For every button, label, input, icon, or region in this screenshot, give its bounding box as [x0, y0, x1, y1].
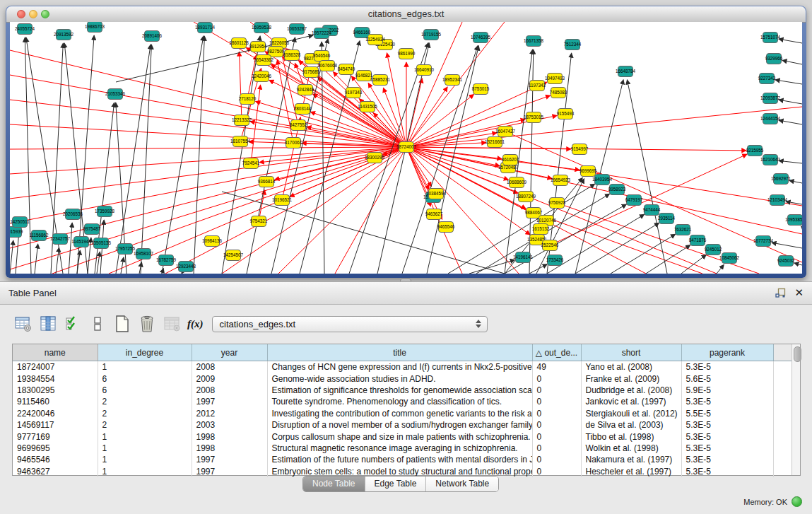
graph-node[interactable]: 9465546 — [437, 222, 455, 233]
graph-node[interactable]: 9155493 — [557, 109, 575, 119]
graph-node[interactable]: 9227343 — [758, 74, 776, 84]
graph-node[interactable]: 9245012 — [705, 245, 722, 255]
graph-node[interactable]: 18403954 — [592, 175, 613, 185]
graph-node[interactable]: 9975487 — [83, 224, 101, 235]
graph-edge[interactable] — [406, 147, 509, 180]
graph-node[interactable]: 1733426 — [546, 255, 564, 266]
graph-node[interactable]: 18107554 — [230, 136, 251, 147]
graph-node[interactable]: 9197343 — [345, 88, 363, 98]
graph-edge[interactable] — [141, 45, 151, 274]
select-columns-icon[interactable] — [64, 315, 82, 333]
graph-node[interactable]: 8958923 — [608, 185, 626, 195]
graph-edge[interactable] — [10, 147, 406, 199]
graph-node[interactable]: 8215955 — [746, 146, 764, 156]
graph-node[interactable]: 9154997 — [571, 144, 589, 155]
network-canvas[interactable]: 2405572420913592198867032089140618931714… — [10, 22, 802, 274]
graph-edge[interactable] — [25, 37, 31, 274]
graph-edge[interactable] — [646, 245, 690, 274]
graph-node[interactable]: 4170061 — [285, 138, 302, 148]
graph-edge[interactable] — [406, 147, 442, 219]
graph-node[interactable]: 15692971 — [771, 174, 792, 185]
graph-edge[interactable] — [402, 45, 478, 274]
zoom-button[interactable] — [41, 10, 49, 18]
graph-edge[interactable] — [222, 192, 505, 274]
column-header-name[interactable]: name — [13, 344, 98, 361]
table-row[interactable]: 911546021997Tourette syndrome. Phenomeno… — [13, 396, 792, 407]
float-panel-icon[interactable] — [775, 288, 786, 298]
show-columns-icon[interactable] — [39, 315, 57, 333]
graph-edge[interactable] — [10, 147, 406, 174]
graph-node[interactable]: 19886703 — [85, 22, 105, 33]
graph-node[interactable]: 9756928 — [548, 198, 566, 209]
graph-node[interactable]: 11431505 — [358, 102, 377, 112]
graph-node[interactable]: 12342757 — [50, 234, 71, 245]
graph-edge[interactable] — [789, 180, 802, 183]
graph-node[interactable]: 19572224 — [312, 28, 332, 39]
column-header-year[interactable]: year — [192, 344, 267, 361]
graph-node[interactable]: 16772734 — [753, 236, 774, 247]
graph-edge[interactable] — [116, 45, 151, 274]
graph-node[interactable]: 9546546 — [313, 51, 331, 62]
graph-node[interactable]: 20206536 — [63, 209, 83, 220]
table-row[interactable]: 969969511998Structural magnetic resonanc… — [13, 443, 792, 454]
graph-node[interactable]: 16640910 — [414, 65, 435, 76]
graph-node[interactable]: 18753015 — [524, 112, 544, 123]
graph-node[interactable]: 11156862 — [29, 230, 49, 241]
graph-edge[interactable] — [277, 60, 293, 143]
graph-node[interactable]: 8471876 — [689, 235, 707, 246]
table-row[interactable]: 977716911998Corpus callosum shape and si… — [13, 431, 792, 442]
graph-node[interactable]: 13216661 — [485, 137, 505, 148]
graph-node[interactable]: 10719155 — [421, 30, 442, 40]
graph-edge[interactable] — [801, 226, 802, 227]
graph-node[interactable]: 16047427 — [495, 127, 516, 137]
graph-node[interactable]: 9474444 — [643, 205, 661, 216]
graph-node[interactable]: 22420046 — [252, 71, 272, 82]
graph-node[interactable]: 18724007 — [396, 142, 417, 153]
graph-node[interactable]: 9242848 — [297, 85, 314, 95]
graph-node[interactable]: 14196141 — [513, 252, 534, 263]
graph-node[interactable]: 2718120 — [239, 94, 257, 105]
graph-edge[interactable] — [10, 147, 406, 149]
graph-node[interactable]: 16648784 — [616, 66, 636, 77]
graph-node[interactable]: 16782759 — [156, 255, 177, 266]
graph-node[interactable]: 12103494 — [767, 195, 788, 206]
graph-node[interactable]: 18952341 — [442, 75, 463, 86]
graph-edge[interactable] — [10, 124, 406, 147]
table-row[interactable]: 1872400712008Changes of HCN gene express… — [13, 361, 792, 373]
graph-node[interactable]: 20891406 — [142, 31, 163, 42]
graph-node[interactable]: 2935114 — [658, 214, 676, 224]
graph-node[interactable]: 10746395 — [471, 33, 491, 43]
graph-edge[interactable] — [505, 204, 627, 274]
graph-edge[interactable] — [406, 147, 802, 234]
column-header-title[interactable]: title — [267, 344, 532, 361]
graph-edge[interactable] — [406, 147, 717, 274]
graph-edge[interactable] — [387, 53, 406, 147]
graph-edge[interactable] — [121, 257, 124, 274]
graph-node[interactable]: 9175685 — [302, 67, 320, 78]
graph-node[interactable]: 17957255 — [115, 244, 136, 255]
graph-edge[interactable] — [575, 223, 659, 274]
table-row[interactable]: 1830029562008Estimation of significance … — [13, 385, 792, 396]
graph-node[interactable]: 16958107 — [134, 249, 154, 259]
graph-edge[interactable] — [779, 100, 802, 104]
graph-node[interactable]: 9754321 — [250, 216, 268, 227]
column-header-in_degree[interactable]: in_degree — [98, 344, 192, 361]
tab-edge-table[interactable]: Edge Table — [365, 477, 426, 491]
scrollbar-thumb[interactable] — [794, 346, 801, 362]
graph-node[interactable]: 7512344 — [564, 40, 582, 50]
column-header-short[interactable]: short — [581, 344, 681, 361]
graph-node[interactable]: 9245032 — [777, 256, 795, 267]
graph-node[interactable]: 3915939 — [10, 227, 23, 238]
graph-node[interactable]: 9366814 — [258, 177, 276, 187]
close-panel-icon[interactable]: ✕ — [794, 287, 804, 298]
graph-edge[interactable] — [35, 244, 38, 274]
graph-node[interactable]: 16671358 — [524, 36, 544, 47]
graph-edge[interactable] — [351, 76, 406, 147]
graph-node[interactable]: 18601128 — [229, 38, 249, 49]
tab-network-table[interactable]: Network Table — [425, 477, 498, 491]
graph-edge[interactable] — [269, 80, 406, 147]
graph-node[interactable]: 2803144 — [294, 104, 312, 115]
graph-node[interactable]: 7632621 — [674, 225, 692, 235]
new-table-icon[interactable] — [113, 315, 131, 333]
graph-node[interactable]: 10984136 — [202, 236, 223, 247]
